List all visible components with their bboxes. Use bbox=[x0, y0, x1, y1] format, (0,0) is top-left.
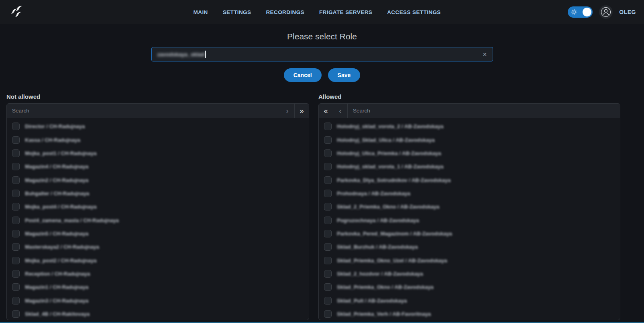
item-checkbox[interactable] bbox=[12, 217, 20, 224]
item-checkbox[interactable] bbox=[324, 270, 332, 278]
list-item[interactable]: Parkovka_Dlya_Sotrudnikov / AB-Zavodskay… bbox=[319, 173, 620, 186]
list-item[interactable]: Sklad_Priemka_Okno_Uzel / AB-Zavodskaya bbox=[319, 253, 620, 267]
item-checkbox[interactable] bbox=[12, 243, 20, 251]
item-checkbox[interactable] bbox=[12, 230, 20, 237]
nav-main[interactable]: MAIN bbox=[194, 9, 208, 15]
item-label: Parkovka_Pered_Magazinom / AB-Zavodskaya bbox=[337, 231, 452, 237]
list-item[interactable]: Magazin3 / CH-Radujnaya bbox=[7, 294, 309, 307]
item-label: Magazin1 / CH-Radujnaya bbox=[25, 284, 88, 290]
item-label: Sklad_Pult / AB-Zavodskaya bbox=[337, 298, 407, 304]
item-checkbox[interactable] bbox=[324, 310, 332, 318]
item-checkbox[interactable] bbox=[324, 123, 332, 130]
list-item[interactable]: Reception / CH-Radujnaya bbox=[7, 267, 309, 280]
list-item[interactable]: Masterskaya2 / CH-Radujnaya bbox=[7, 240, 309, 253]
username[interactable]: OLEG bbox=[619, 9, 636, 15]
list-item[interactable]: Holodnyj_sklad_vorota_1 / AB-Zavodskaya bbox=[319, 160, 620, 173]
clear-input-icon[interactable]: × bbox=[481, 50, 489, 59]
list-item[interactable]: Magazin2 / CH-Radujnaya bbox=[7, 173, 309, 186]
nav-access-settings[interactable]: ACCESS SETTINGS bbox=[387, 9, 441, 15]
item-label: Buhgalter / CH-Radujnaya bbox=[25, 190, 89, 196]
not-allowed-toolbar: › » bbox=[7, 104, 309, 118]
allowed-panel: « ‹ Holodnyj_sklad_vorota_2 / AB-Zavodsk… bbox=[318, 103, 620, 320]
list-item[interactable]: Sklad_2_hozdvor / AB-Zavodskaya bbox=[319, 267, 620, 280]
item-checkbox[interactable] bbox=[324, 283, 332, 291]
list-item[interactable]: Holodnyj_Ulica_Priemka / AB-Zavodskaya bbox=[319, 147, 620, 160]
list-item[interactable]: Holodnyj_sklad_vorota_2 / AB-Zavodskaya bbox=[319, 120, 620, 133]
item-checkbox[interactable] bbox=[324, 203, 332, 211]
list-item[interactable]: Sklad_Burzhuk / AB-Zavodskaya bbox=[319, 240, 620, 253]
item-checkbox[interactable] bbox=[324, 149, 332, 157]
item-label: Post4_zamena_masla / CH-Radujnaya bbox=[25, 217, 119, 223]
item-checkbox[interactable] bbox=[12, 190, 20, 197]
nav-recordings[interactable]: RECORDINGS bbox=[266, 9, 304, 15]
list-item[interactable]: Mojka_post1 / CH-Radujnaya bbox=[7, 147, 309, 160]
item-checkbox[interactable] bbox=[12, 163, 20, 170]
move-left-icon[interactable]: ‹ bbox=[333, 104, 348, 118]
list-item[interactable]: Sklad_Pult / AB-Zavodskaya bbox=[319, 294, 620, 307]
item-checkbox[interactable] bbox=[12, 310, 20, 318]
user-avatar-icon[interactable] bbox=[599, 5, 613, 19]
toggle-knob bbox=[583, 8, 591, 16]
allowed-search-input[interactable] bbox=[348, 104, 620, 118]
item-checkbox[interactable] bbox=[12, 297, 20, 305]
item-label: Mojka_post2 / CH-Radujnaya bbox=[25, 258, 96, 264]
item-checkbox[interactable] bbox=[324, 243, 332, 251]
list-item[interactable]: Post4_zamena_masla / CH-Radujnaya bbox=[7, 213, 309, 227]
list-item[interactable]: Magazin4 / CH-Radujnaya bbox=[7, 160, 309, 173]
move-all-left-icon[interactable]: « bbox=[319, 104, 333, 118]
item-checkbox[interactable] bbox=[12, 283, 20, 291]
nav-frigate-servers[interactable]: FRIGATE SERVERS bbox=[319, 9, 372, 15]
item-checkbox[interactable] bbox=[12, 149, 20, 157]
list-item[interactable]: Prohodnaya / AB-Zavodskaya bbox=[319, 187, 620, 200]
list-item[interactable]: Holodnyj_Sklad_Ulica / AB-Zavodskaya bbox=[319, 133, 620, 146]
top-navbar: MAIN SETTINGS RECORDINGS FRIGATE SERVERS… bbox=[0, 0, 644, 24]
list-item[interactable]: Buhgalter / CH-Radujnaya bbox=[7, 187, 309, 200]
item-checkbox[interactable] bbox=[12, 203, 20, 211]
cancel-button[interactable]: Cancel bbox=[284, 68, 322, 82]
item-checkbox[interactable] bbox=[324, 257, 332, 264]
item-checkbox[interactable] bbox=[12, 257, 20, 264]
item-label: Sklad_Priemka_Verh / AB-Favoritnaya bbox=[337, 311, 431, 317]
item-checkbox[interactable] bbox=[324, 297, 332, 305]
item-checkbox[interactable] bbox=[12, 176, 20, 184]
list-item[interactable]: Sklad_4B / CH-Rakitovaya bbox=[7, 307, 309, 320]
item-checkbox[interactable] bbox=[324, 217, 332, 224]
list-item[interactable]: Kassa / CH-Radujnaya bbox=[7, 133, 309, 146]
list-item[interactable]: Sklad_Priemka_Okno / AB-Zavodskaya bbox=[319, 280, 620, 294]
list-item[interactable]: Sklad_2_Priemka_Okno / AB-Zavodskaya bbox=[319, 200, 620, 213]
move-right-icon[interactable]: › bbox=[280, 104, 294, 118]
save-button[interactable]: Save bbox=[328, 68, 361, 82]
app-logo-birds-icon[interactable] bbox=[8, 3, 26, 21]
item-checkbox[interactable] bbox=[12, 136, 20, 144]
item-checkbox[interactable] bbox=[12, 270, 20, 278]
list-item[interactable]: Magazin5 / CH-Radujnaya bbox=[7, 227, 309, 240]
item-label: Sklad_2_Priemka_Okno / AB-Zavodskaya bbox=[337, 204, 439, 210]
item-label: Holodnyj_sklad_vorota_1 / AB-Zavodskaya bbox=[337, 164, 443, 170]
list-item[interactable]: Parkovka_Pered_Magazinom / AB-Zavodskaya bbox=[319, 227, 620, 240]
move-all-right-icon[interactable]: » bbox=[294, 104, 309, 118]
list-item[interactable]: Director / CH-Radujnaya bbox=[7, 120, 309, 133]
list-item[interactable]: Sklad_Priemka_Verh / AB-Favoritnaya bbox=[319, 307, 620, 320]
allowed-title: Allowed bbox=[318, 93, 620, 100]
list-item[interactable]: Mojka_post4 / CH-Radujnaya bbox=[7, 200, 309, 213]
item-label: Parkovka_Dlya_Sotrudnikov / AB-Zavodskay… bbox=[337, 177, 450, 183]
nav-settings[interactable]: SETTINGS bbox=[223, 9, 251, 15]
list-item[interactable]: Mojka_post2 / CH-Radujnaya bbox=[7, 253, 309, 267]
item-label: Sklad_4B / CH-Rakitovaya bbox=[25, 311, 90, 317]
item-label: Sklad_Burzhuk / AB-Zavodskaya bbox=[337, 244, 418, 250]
item-checkbox[interactable] bbox=[12, 123, 20, 130]
theme-toggle[interactable] bbox=[568, 6, 593, 18]
item-checkbox[interactable] bbox=[324, 136, 332, 144]
item-checkbox[interactable] bbox=[324, 190, 332, 197]
role-input[interactable]: zavodskaya_sklad × bbox=[151, 47, 493, 61]
list-item[interactable]: Magazin1 / CH-Radujnaya bbox=[7, 280, 309, 294]
list-item[interactable]: Pogruzochnaya / AB-Zavodskaya bbox=[319, 213, 620, 227]
text-caret bbox=[205, 51, 206, 58]
item-checkbox[interactable] bbox=[324, 230, 332, 237]
not-allowed-search-input[interactable] bbox=[7, 104, 280, 118]
transfer-panels: Not allowed › » Director / CH-RadujnayaK… bbox=[0, 93, 644, 320]
item-checkbox[interactable] bbox=[324, 163, 332, 170]
item-checkbox[interactable] bbox=[324, 176, 332, 184]
navbar-right: OLEG bbox=[568, 5, 636, 19]
item-label: Director / CH-Radujnaya bbox=[25, 123, 85, 129]
